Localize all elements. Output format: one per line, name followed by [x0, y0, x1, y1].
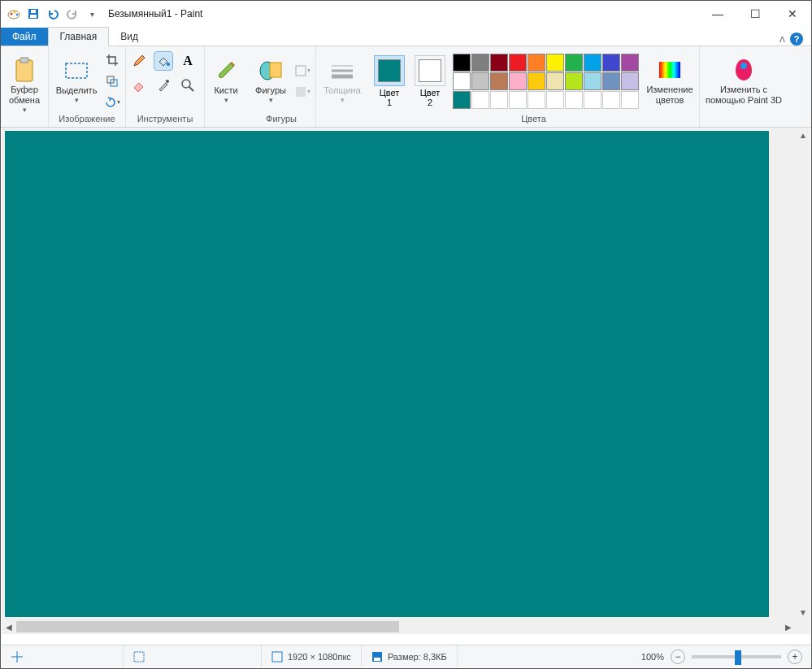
- help-icon[interactable]: ?: [790, 33, 803, 46]
- rotate-icon[interactable]: ▾: [102, 93, 122, 112]
- resize-icon[interactable]: [102, 72, 122, 91]
- tab-home[interactable]: Главная: [48, 27, 110, 46]
- svg-point-2: [14, 11, 16, 14]
- canvas-area: ▲ ▼ ◀ ▶: [2, 128, 810, 634]
- save-icon[interactable]: [25, 6, 41, 22]
- color-swatch[interactable]: [509, 72, 527, 90]
- color-swatch[interactable]: [453, 91, 471, 109]
- zoom-out-button[interactable]: −: [671, 649, 685, 664]
- shapes-button[interactable]: Фигуры ▾: [250, 53, 291, 110]
- paint3d-button[interactable]: Изменить с помощью Paint 3D: [703, 53, 784, 110]
- redo-icon[interactable]: [64, 6, 80, 22]
- color-swatch[interactable]: [584, 54, 601, 72]
- color-swatch[interactable]: [490, 72, 508, 90]
- color-swatch[interactable]: [509, 91, 527, 109]
- color2-button[interactable]: Цвет 2: [412, 55, 448, 107]
- svg-point-13: [166, 80, 169, 83]
- eraser-icon[interactable]: [129, 76, 149, 95]
- minimize-button[interactable]: —: [699, 1, 736, 27]
- svg-rect-22: [659, 62, 680, 78]
- scroll-left-icon[interactable]: ◀: [2, 619, 16, 634]
- crop-icon[interactable]: [102, 50, 122, 70]
- color-swatch[interactable]: [453, 72, 471, 90]
- group-paint3d: Изменить с помощью Paint 3D: [700, 46, 788, 127]
- color-swatch[interactable]: [584, 72, 601, 90]
- svg-rect-6: [31, 10, 36, 13]
- titlebar: ▾ Безымянный1 - Paint — ☐ ✕: [1, 1, 811, 27]
- svg-point-1: [11, 13, 13, 15]
- scroll-right-icon[interactable]: ▶: [781, 619, 796, 634]
- svg-rect-16: [270, 63, 281, 77]
- horizontal-scrollbar[interactable]: ◀ ▶: [2, 619, 796, 634]
- collapse-ribbon-icon[interactable]: ᐱ: [779, 35, 785, 44]
- group-label: Фигуры: [266, 112, 297, 125]
- text-icon[interactable]: A: [178, 51, 198, 71]
- paste-button[interactable]: Буфер обмена ▾: [4, 58, 45, 115]
- color-swatch[interactable]: [565, 91, 583, 109]
- window-title: Безымянный1 - Paint: [105, 8, 699, 20]
- scroll-down-icon[interactable]: ▼: [796, 605, 810, 619]
- color-swatch[interactable]: [621, 91, 639, 109]
- color-swatch[interactable]: [471, 91, 489, 109]
- color-swatch[interactable]: [546, 91, 564, 109]
- color-swatch[interactable]: [490, 91, 508, 109]
- color-swatch[interactable]: [602, 91, 620, 109]
- color-swatch[interactable]: [490, 54, 508, 72]
- group-thickness: Толщина ▾: [316, 46, 368, 127]
- color-swatch[interactable]: [621, 54, 639, 72]
- group-clipboard: Буфер обмена ▾: [1, 46, 49, 127]
- color-swatch[interactable]: [584, 91, 601, 109]
- scroll-thumb[interactable]: [16, 621, 399, 632]
- color-swatch[interactable]: [602, 72, 620, 90]
- group-label: Инструменты: [137, 112, 193, 125]
- color-swatch[interactable]: [528, 91, 545, 109]
- svg-rect-25: [272, 652, 282, 662]
- color-swatch[interactable]: [621, 72, 639, 90]
- magnifier-icon[interactable]: [178, 76, 198, 95]
- color-swatch[interactable]: [471, 72, 489, 90]
- qat-dropdown-icon[interactable]: ▾: [84, 6, 100, 22]
- group-brushes: Кисти ▾: [205, 46, 247, 127]
- maximize-button[interactable]: ☐: [736, 1, 774, 27]
- vertical-scrollbar[interactable]: ▲ ▼: [796, 128, 810, 619]
- scroll-up-icon[interactable]: ▲: [796, 128, 810, 142]
- close-button[interactable]: ✕: [774, 1, 811, 27]
- select-button[interactable]: Выделить ▾: [52, 53, 101, 110]
- thickness-button[interactable]: Толщина ▾: [319, 53, 365, 110]
- canvas[interactable]: [5, 131, 769, 617]
- selection-icon: [133, 651, 145, 662]
- color-swatch[interactable]: [565, 54, 583, 72]
- disk-icon: [371, 651, 383, 662]
- color-swatch[interactable]: [546, 72, 564, 90]
- zoom-slider[interactable]: [692, 655, 781, 658]
- fill-icon[interactable]: [154, 51, 173, 71]
- ribbon-tabs: Файл Главная Вид ᐱ ?: [1, 27, 811, 46]
- crosshair-icon: [11, 651, 23, 662]
- tab-view[interactable]: Вид: [109, 28, 150, 46]
- svg-rect-7: [16, 60, 33, 81]
- shape-fill-icon[interactable]: ▾: [293, 82, 312, 102]
- group-tools: A Инструменты: [126, 46, 205, 127]
- color-picker-icon[interactable]: [154, 76, 173, 95]
- color-swatch[interactable]: [528, 54, 545, 72]
- tab-file[interactable]: Файл: [1, 28, 48, 46]
- color-swatch[interactable]: [546, 54, 564, 72]
- shape-outline-icon[interactable]: ▾: [293, 61, 312, 80]
- pencil-icon[interactable]: [129, 51, 149, 71]
- svg-rect-24: [134, 652, 144, 662]
- color-swatch[interactable]: [509, 54, 527, 72]
- color1-button[interactable]: Цвет 1: [371, 55, 407, 107]
- undo-icon[interactable]: [45, 6, 61, 22]
- svg-point-23: [740, 63, 747, 69]
- color-swatch[interactable]: [602, 54, 620, 72]
- color-swatch[interactable]: [528, 72, 545, 90]
- color-palette[interactable]: [453, 54, 639, 109]
- color-swatch[interactable]: [565, 72, 583, 90]
- zoom-in-button[interactable]: +: [788, 649, 802, 664]
- brushes-button[interactable]: Кисти ▾: [208, 53, 244, 110]
- color-swatch[interactable]: [471, 54, 489, 72]
- group-label: Цвета: [521, 112, 546, 125]
- edit-colors-button[interactable]: Изменение цветов: [644, 53, 696, 110]
- app-icon: [6, 6, 22, 22]
- color-swatch[interactable]: [453, 54, 471, 72]
